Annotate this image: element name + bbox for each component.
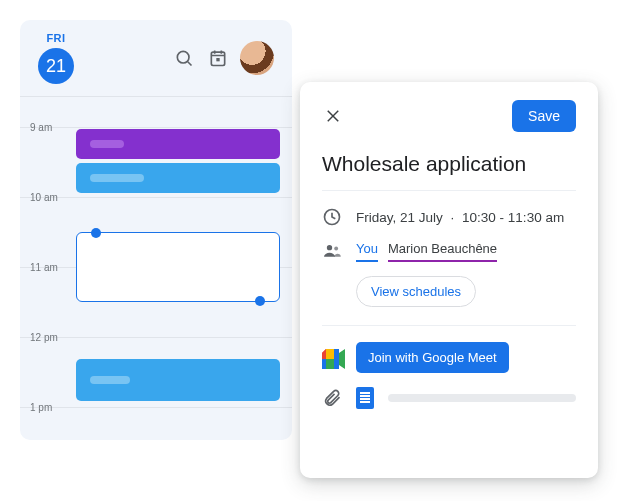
event-blue-2[interactable]: [76, 359, 280, 401]
guest-chip-you[interactable]: You: [356, 241, 378, 262]
event-panel: Save Wholesale application Friday, 21 Ju…: [300, 82, 598, 478]
view-schedules-button[interactable]: View schedules: [356, 276, 476, 307]
join-meet-button[interactable]: Join with Google Meet: [356, 342, 509, 373]
date-text: Friday, 21 July: [356, 210, 443, 225]
day-number-circle[interactable]: 21: [38, 48, 74, 84]
hour-label: 11 am: [30, 262, 58, 273]
google-meet-icon: [322, 349, 344, 367]
time-text: 10:30 - 11:30 am: [462, 210, 564, 225]
svg-marker-18: [334, 349, 339, 369]
hour-label: 1 pm: [30, 402, 52, 413]
svg-rect-6: [216, 58, 219, 61]
event-purple[interactable]: [76, 129, 280, 159]
svg-point-10: [327, 245, 332, 250]
day-block: FRI 21: [38, 32, 74, 84]
day-of-week-label: FRI: [46, 32, 65, 44]
meet-row: Join with Google Meet: [322, 342, 576, 373]
svg-line-1: [188, 62, 192, 66]
search-icon[interactable]: [172, 46, 196, 70]
attachment-icon[interactable]: [322, 388, 342, 408]
svg-rect-23: [326, 359, 334, 369]
divider: [322, 190, 576, 191]
svg-rect-22: [326, 349, 334, 359]
calendar-header: FRI 21: [20, 20, 292, 92]
hour-label: 9 am: [30, 122, 52, 133]
resize-handle-bottom[interactable]: [255, 296, 265, 306]
avatar[interactable]: [240, 41, 274, 75]
resize-handle-top[interactable]: [91, 228, 101, 238]
clock-icon: [322, 207, 342, 227]
svg-point-11: [334, 247, 338, 251]
datetime-text: Friday, 21 July · 10:30 - 11:30 am: [356, 210, 564, 225]
google-doc-icon[interactable]: [356, 387, 374, 409]
new-event-selection[interactable]: [76, 232, 280, 302]
people-icon: [322, 241, 342, 261]
hour-label: 10 am: [30, 192, 58, 203]
guest-chip-marion[interactable]: Marion Beauchêne: [388, 241, 497, 262]
attachment-placeholder: [388, 394, 576, 402]
save-button[interactable]: Save: [512, 100, 576, 132]
hour-label: 12 pm: [30, 332, 58, 343]
timeline[interactable]: 9 am 10 am 11 am 12 pm 1 pm: [20, 97, 292, 437]
event-blue-1[interactable]: [76, 163, 280, 193]
attachment-row: [322, 387, 576, 409]
panel-top-bar: Save: [322, 100, 576, 132]
today-calendar-icon[interactable]: [206, 46, 230, 70]
guest-chips: You Marion Beauchêne: [356, 241, 497, 262]
svg-rect-20: [322, 353, 326, 359]
svg-point-0: [177, 51, 189, 63]
datetime-row[interactable]: Friday, 21 July · 10:30 - 11:30 am: [322, 207, 576, 227]
divider: [322, 325, 576, 326]
guests-row[interactable]: You Marion Beauchêne: [322, 241, 576, 262]
svg-rect-21: [322, 359, 326, 369]
close-icon[interactable]: [322, 105, 344, 127]
calendar-card: FRI 21 9 am 10 am 11 am 12 pm 1 pm: [20, 20, 292, 440]
event-title[interactable]: Wholesale application: [322, 152, 576, 176]
